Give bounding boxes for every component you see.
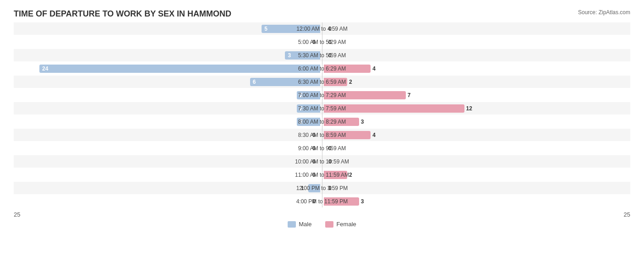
female-value: 7	[408, 92, 411, 98]
time-label: 6:30 AM to 6:59 AM	[298, 79, 346, 85]
legend-male-label: Male	[299, 221, 311, 228]
legend-female-box	[325, 221, 333, 228]
legend-female: Female	[325, 221, 356, 228]
time-label: 12:00 AM to 4:59 AM	[296, 26, 347, 32]
female-value: 3	[361, 198, 364, 205]
legend-female-label: Female	[336, 221, 356, 228]
time-label: 5:00 AM to 5:29 AM	[298, 39, 346, 45]
time-label: 7:30 AM to 7:59 AM	[298, 105, 346, 112]
legend-male: Male	[288, 221, 311, 228]
female-value: 12	[466, 105, 472, 112]
female-value: 4	[372, 65, 376, 72]
male-value: 5	[264, 26, 267, 32]
time-label: 6:00 AM to 6:29 AM	[298, 65, 346, 72]
chart-container: TIME OF DEPARTURE TO WORK BY SEX IN HAMM…	[0, 0, 644, 272]
female-value: 4	[372, 132, 376, 138]
female-value: 2	[349, 79, 352, 85]
time-label: 4:00 PM to 11:59 PM	[296, 198, 348, 205]
chart-area: 512:00 AM to 4:59 AM005:00 AM to 5:29 AM…	[14, 22, 630, 233]
male-value: 6	[253, 79, 256, 85]
legend: Male Female	[14, 221, 630, 228]
time-label: 10:00 AM to 10:59 AM	[295, 158, 349, 165]
source-label: Source: ZipAtlas.com	[578, 9, 630, 16]
male-value: 24	[42, 65, 48, 72]
time-label: 5:30 AM to 5:59 AM	[298, 52, 346, 59]
chart-title: TIME OF DEPARTURE TO WORK BY SEX IN HAMM…	[14, 9, 630, 19]
axis-right-label: 25	[624, 211, 630, 218]
time-label: 8:30 AM to 8:59 AM	[298, 132, 346, 138]
time-label: 9:00 AM to 9:59 AM	[298, 145, 346, 152]
time-label: 8:00 AM to 8:29 AM	[298, 119, 346, 125]
female-value: 2	[349, 172, 352, 178]
time-label: 7:00 AM to 7:29 AM	[298, 92, 346, 98]
axis-bottom: 25 25	[14, 211, 630, 218]
axis-left-label: 25	[14, 211, 20, 218]
time-label: 12:00 PM to 3:59 PM	[296, 185, 348, 191]
female-value: 3	[361, 119, 364, 125]
chart-rows-wrapper: 512:00 AM to 4:59 AM005:00 AM to 5:29 AM…	[14, 22, 630, 207]
male-value: 3	[288, 52, 291, 59]
center-divider	[322, 22, 322, 207]
time-label: 11:00 AM to 11:59 AM	[295, 172, 349, 178]
legend-male-box	[288, 221, 296, 228]
